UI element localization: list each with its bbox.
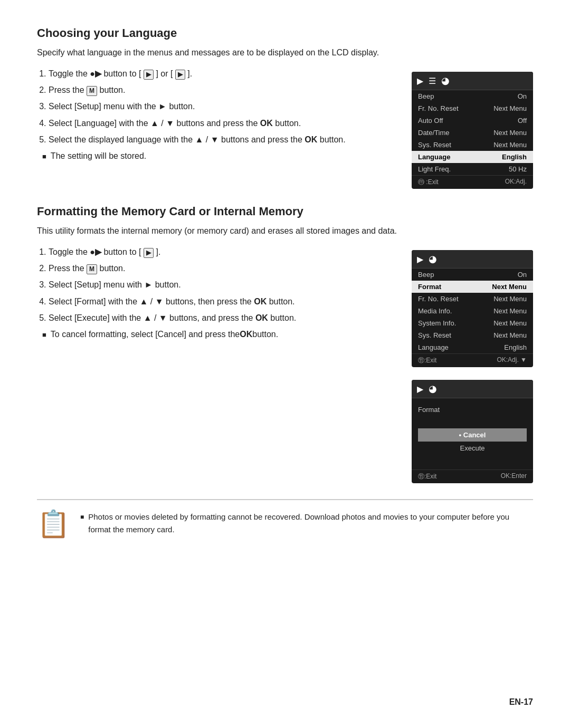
section2-description: This utility formats the internal memory… — [37, 225, 533, 237]
lcd1-footer-left: ⓜ :Exit — [418, 178, 439, 187]
section1: Choosing your Language Specify what lang… — [37, 26, 533, 189]
section2-steps-list: Toggle the ●▶ button to [ ▶ ]. Press the… — [49, 245, 396, 325]
section2-lcd2: ▶ ◕ Format • Cancel Execute ⑪:Exit OK:En… — [412, 380, 533, 483]
note-bullet: Photos or movies deleted by formatting c… — [80, 511, 533, 536]
step2-2: Press the M button. — [49, 261, 396, 275]
lcd3-format-title: Format — [412, 404, 533, 419]
lcd2-item-beep: BeepOn — [412, 269, 533, 281]
section2-title: Formatting the Memory Card or Internal M… — [37, 205, 533, 218]
lcd1-tab-camera: ▶ — [417, 76, 423, 86]
note-icon: 📋 — [37, 511, 70, 537]
lcd1-item-sysreset: Sys. ResetNext Menu — [412, 139, 533, 151]
lcd1-item-datetime: Date/TimeNext Menu — [412, 127, 533, 139]
section1-title: Choosing your Language — [37, 26, 533, 40]
lcd3-footer-right: OK:Enter — [501, 472, 527, 481]
section2: Formatting the Memory Card or Internal M… — [37, 205, 533, 483]
step2-3: Select [Setup] menu with ► button. — [49, 277, 396, 292]
lcd1-item-language: LanguageEnglish — [412, 151, 533, 163]
lcd2-item-language: LanguageEnglish — [412, 341, 533, 353]
step1-4: Select [Language] with the ▲ / ▼ buttons… — [49, 116, 396, 130]
lcd2-menu-items: BeepOn FormatNext Menu Fr. No. ResetNext… — [412, 269, 533, 353]
lcd1-item-beep: BeepOn — [412, 90, 533, 102]
lcd3-tab-play: ▶ — [417, 384, 423, 394]
lcd3-execute-option: Execute — [412, 442, 533, 455]
lcd1-menu-items: BeepOn Fr. No. ResetNext Menu Auto OffOf… — [412, 90, 533, 175]
lcd2-tab-play: ▶ — [417, 254, 423, 264]
step1-2: Press the M button. — [49, 83, 396, 97]
lcd2-footer-left: ⑪:Exit — [418, 356, 436, 365]
lcd3-cancel-option: • Cancel — [418, 428, 527, 442]
lcd1-footer: ⓜ :Exit OK:Adj. — [412, 175, 533, 189]
lcd2-footer-right: OK:Adj. ▼ — [497, 356, 527, 365]
section1-lcd-screen: ▶ ☰ ◕ BeepOn Fr. No. ResetNext Menu Auto… — [412, 72, 533, 189]
section1-bullet: The setting will be stored. — [42, 150, 396, 162]
step1-5: Select the displayed language with the ▲… — [49, 132, 396, 147]
step1-1: Toggle the ●▶ button to [ ▶ ] or [ ▶ ]. — [49, 66, 396, 81]
step2-4: Select [Format] with the ▲ / ▼ buttons, … — [49, 294, 396, 309]
lcd2-item-format: FormatNext Menu — [412, 281, 533, 293]
lcd1-footer-right: OK:Adj. — [505, 178, 527, 187]
lcd2-item-mediainfo: Media Info.Next Menu — [412, 305, 533, 317]
section2-bullet: To cancel formatting, select [Cancel] an… — [42, 328, 396, 341]
step2-5: Select [Execute] with the ▲ / ▼ buttons,… — [49, 311, 396, 325]
lcd1-top-bar: ▶ ☰ ◕ — [412, 72, 533, 90]
section2-lcd-screens: ▶ ◕ BeepOn FormatNext Menu Fr. No. Reset… — [412, 245, 533, 483]
lcd3-tab-globe: ◕ — [429, 383, 437, 395]
lcd3-content: Format • Cancel Execute — [412, 398, 533, 470]
page-number: EN-17 — [509, 697, 533, 707]
section1-description: Specify what language in the menus and m… — [37, 46, 533, 59]
lcd2-footer: ⑪:Exit OK:Adj. ▼ — [412, 353, 533, 367]
lcd2-item-sysreset: Sys. ResetNext Menu — [412, 329, 533, 341]
section1-steps-list: Toggle the ●▶ button to [ ▶ ] or [ ▶ ]. … — [49, 66, 396, 147]
note-content: Photos or movies deleted by formatting c… — [80, 511, 533, 536]
lcd2-item-sysinfo: System Info.Next Menu — [412, 317, 533, 329]
section2-instructions: Toggle the ●▶ button to [ ▶ ]. Press the… — [37, 245, 396, 341]
section1-instructions: Toggle the ●▶ button to [ ▶ ] or [ ▶ ]. … — [37, 66, 396, 162]
step1-3: Select [Setup] menu with the ► button. — [49, 99, 396, 113]
lcd3-footer: ⑪:Exit OK:Enter — [412, 470, 533, 483]
lcd1-tab-globe: ◕ — [441, 75, 450, 87]
lcd2-tab-globe: ◕ — [429, 253, 437, 265]
lcd3-top-bar: ▶ ◕ — [412, 380, 533, 398]
lcd2-top-bar: ▶ ◕ — [412, 250, 533, 269]
step2-1: Toggle the ●▶ button to [ ▶ ]. — [49, 245, 396, 259]
section2-lcd1: ▶ ◕ BeepOn FormatNext Menu Fr. No. Reset… — [412, 250, 533, 367]
lcd1-item-frno: Fr. No. ResetNext Menu — [412, 102, 533, 114]
lcd1-tab-list: ☰ — [429, 76, 436, 86]
lcd1-item-lightfreq: Light Freq.50 Hz — [412, 163, 533, 175]
note-section: 📋 Photos or movies deleted by formatting… — [37, 499, 533, 537]
lcd3-footer-left: ⑪:Exit — [418, 472, 436, 481]
lcd1-item-autooff: Auto OffOff — [412, 114, 533, 127]
lcd2-item-frno: Fr. No. ResetNext Menu — [412, 293, 533, 305]
